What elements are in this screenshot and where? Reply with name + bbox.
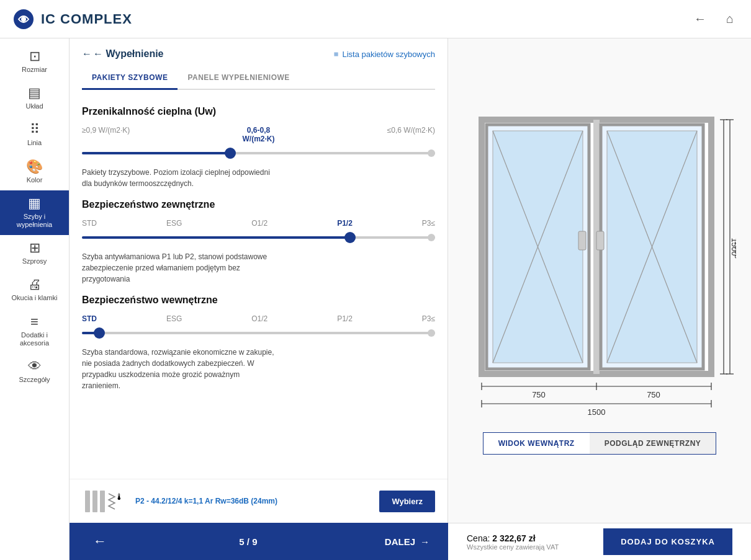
header-navigation: ← ⌂ [689,9,739,29]
sidebar-item-szprosy[interactable]: ⊞ Szprosy [0,235,69,272]
content-area: ← ← Wypełnienie ≡ Lista pakietów szybowy… [70,38,751,523]
int-label-o12: O1/2 [251,314,268,323]
window-drawing-svg: 750 750 1500 1500 [463,107,736,417]
svg-rect-16 [578,231,586,250]
sidebar-item-szczegoly[interactable]: 👁 Szczegóły [0,353,69,390]
price-area: Cena: 2 322,67 zł Wszystkie ceny zawiera… [467,533,559,551]
choose-button[interactable]: Wybierz [379,491,435,512]
thermal-description: Pakiety trzyszybowe. Poziom izolacji cie… [82,167,435,189]
external-security-title: Bezpieczeństwo zewnętrzne [82,199,435,210]
rozmiar-icon: ⊡ [29,50,40,63]
price-value: 2 322,67 zł [492,533,535,543]
thermal-slider-fill [82,152,230,154]
thermal-slider-end [428,149,435,157]
app-body: ⊡ Rozmiar ▤ Układ ⠿ Linia 🎨 Kolor ▦ Szyb… [0,38,751,560]
svg-text:750: 750 [532,390,546,399]
kolor-icon: 🎨 [26,160,43,174]
int-label-p3: P3≤ [422,314,435,323]
sidebar-label-uklad: Układ [25,102,43,110]
nav-prev-button[interactable]: ← [88,531,112,552]
add-to-cart-button[interactable]: DODAJ DO KOSZYKA [603,528,732,555]
nav-home-button[interactable]: ⌂ [721,9,739,29]
internal-security-title: Bezpieczeństwo wewnętrzne [82,295,435,306]
sidebar-item-kolor[interactable]: 🎨 Kolor [0,154,69,190]
header: IC COMPLEX ← ⌂ [0,0,751,38]
list-icon: ≡ [334,50,339,59]
tabs: PAKIETY SZYBOWE PANELE WYPEŁNIENIOWE [82,67,435,90]
svg-text:750: 750 [647,390,660,399]
thermal-slider-track [82,152,435,154]
nav-back-button[interactable]: ← [689,9,711,29]
szyby-icon: ▦ [28,197,41,210]
right-panel: 750 750 1500 1500 [448,38,751,523]
external-slider-track [82,236,435,239]
nav-next-label: DALEJ [385,536,415,547]
sidebar-label-rozmiar: Rozmiar [22,66,47,74]
sidebar-item-dodatki[interactable]: ≡ Dodatki i akcesoria [0,309,69,353]
price-note: Wszystkie ceny zawierają VAT [467,543,559,551]
list-link-label: Lista pakietów szybowych [342,50,435,59]
external-slider-container[interactable] [82,230,435,245]
glass-layers-svg: 🌡 [84,487,124,515]
sidebar: ⊡ Rozmiar ▤ Układ ⠿ Linia 🎨 Kolor ▦ Szyb… [0,38,70,560]
window-preview: 750 750 1500 1500 [463,107,736,420]
product-bar: 🌡 P2 - 44.2/12/4 k=1,1 Ar Rw=36dB (24mm)… [70,479,447,523]
thermal-label-right: ≤0,6 W/(m2·K) [387,126,435,143]
main-content: ← ← Wypełnienie ≡ Lista pakietów szybowy… [70,38,751,560]
svg-text:1500: 1500 [730,238,736,256]
internal-security-labels: STD ESG O1/2 P1/2 P3≤ [82,314,435,323]
linia-icon: ⠿ [30,123,40,136]
thermal-title: Przenikalnność cieplna (Uw) [82,106,435,117]
ext-label-o12: O1/2 [251,219,268,228]
szczegoly-icon: 👁 [28,360,42,373]
external-security-description: Szyba antywłamaniowa P1 lub P2, stanowi … [82,251,435,285]
internal-slider-thumb[interactable] [94,327,105,339]
panel-header: ← ← Wypełnienie ≡ Lista pakietów szybowy… [70,38,447,60]
external-security-labels: STD ESG O1/2 P1/2 P3≤ [82,219,435,228]
view-inside-button[interactable]: WIDOK WEWNĄTRZ [483,433,590,454]
thermal-slider-container[interactable] [82,146,435,161]
sidebar-item-szyby[interactable]: ▦ Szyby i wypełnienia [0,190,69,235]
external-slider-end [428,234,435,241]
sidebar-label-szczegoly: Szczegóły [19,376,50,384]
external-slider-fill [82,236,350,239]
sidebar-label-okucia: Okucia i klamki [12,294,58,302]
price-label: Cena: 2 322,67 zł [467,533,559,543]
back-arrow-icon: ← [82,48,92,60]
sidebar-label-szprosy: Szprosy [22,257,47,265]
ext-label-esg: ESG [166,219,182,228]
left-panel: ← ← Wypełnienie ≡ Lista pakietów szybowy… [70,38,448,523]
thermal-slider-thumb[interactable] [225,148,236,159]
tab-panele[interactable]: PANELE WYPEŁNIENIOWE [178,67,299,90]
view-outside-button[interactable]: PODGLĄD ZEWNĘTRZNY [590,433,716,454]
view-toggle: WIDOK WEWNĄTRZ PODGLĄD ZEWNĘTRZNY [483,432,717,455]
back-link[interactable]: ← ← Wypełnienie [82,48,164,60]
logo-area: IC COMPLEX [12,8,132,30]
sidebar-item-linia[interactable]: ⠿ Linia [0,117,69,153]
svg-rect-17 [596,231,604,250]
internal-slider-container[interactable] [82,326,435,340]
tab-pakiety[interactable]: PAKIETY SZYBOWE [82,67,178,90]
thermal-label-left: ≥0,9 W/(m2·K) [82,126,130,143]
external-slider-thumb[interactable] [344,232,356,243]
nav-next-button[interactable]: DALEJ → [385,536,429,547]
logo-icon [12,8,35,30]
sidebar-item-uklad[interactable]: ▤ Układ [0,80,69,117]
int-label-std: STD [82,314,97,323]
ext-label-std: STD [82,219,97,228]
sidebar-item-rozmiar[interactable]: ⊡ Rozmiar [0,43,69,80]
sidebar-item-okucia[interactable]: 🖨 Okucia i klamki [0,272,69,308]
svg-text:🌡: 🌡 [115,492,124,502]
back-link-label: ← Wypełnienie [93,48,164,60]
bottom-bar: ← 5 / 9 DALEJ → Cena: 2 322,67 zł Wszyst… [70,523,751,560]
list-link[interactable]: ≡ Lista pakietów szybowych [334,50,435,59]
ext-label-p12: P1/2 [337,219,353,228]
product-image: 🌡 [82,486,125,517]
dodatki-icon: ≡ [30,315,38,329]
internal-slider-end [428,329,435,337]
okucia-icon: 🖨 [28,278,42,291]
nav-progress: 5 / 9 [239,536,257,547]
panel-body: Przenikalnność cieplna (Uw) ≥0,9 W/(m2·K… [70,90,447,479]
thermal-label-mid: 0,6-0,8W/(m2·K) [243,126,275,143]
sidebar-label-linia: Linia [27,139,42,147]
